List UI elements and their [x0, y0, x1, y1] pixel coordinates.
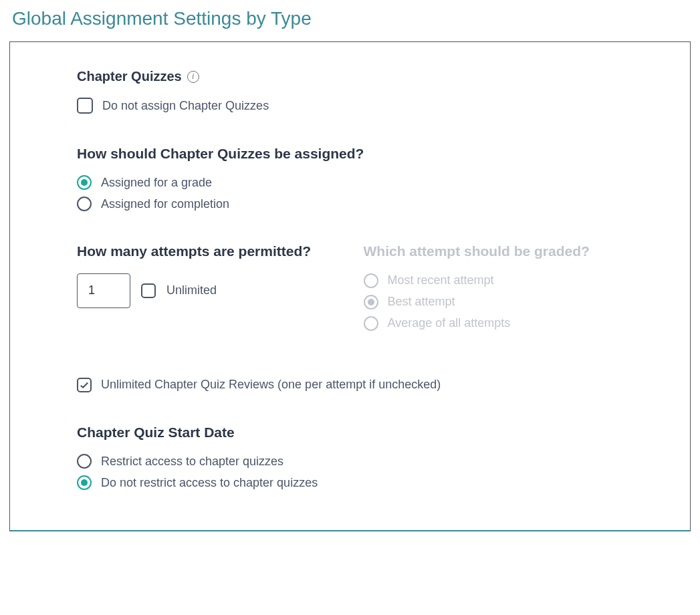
assign-method-group: Assigned for a grade Assigned for comple…	[77, 175, 623, 211]
graded-column: Which attempt should be graded? Most rec…	[364, 242, 624, 337]
graded-best-radio	[364, 295, 378, 310]
attempts-column: How many attempts are permitted? Unlimit…	[77, 242, 337, 337]
no-restrict-radio[interactable]	[77, 475, 92, 490]
chapter-quizzes-heading-text: Chapter Quizzes	[77, 69, 182, 84]
page-title: Global Assignment Settings by Type	[0, 0, 700, 41]
start-date-group: Restrict access to chapter quizzes Do no…	[77, 454, 623, 490]
assign-completion-label: Assigned for completion	[101, 197, 229, 211]
unlimited-label: Unlimited	[166, 283, 217, 297]
assign-grade-label: Assigned for a grade	[101, 176, 212, 190]
do-not-assign-row[interactable]: Do not assign Chapter Quizzes	[77, 98, 623, 114]
assign-completion-row[interactable]: Assigned for completion	[77, 197, 623, 211]
graded-average-label: Average of all attempts	[388, 316, 511, 330]
settings-panel: Chapter Quizzes i Do not assign Chapter …	[9, 41, 691, 531]
graded-average-radio	[364, 316, 378, 331]
graded-recent-row: Most recent attempt	[364, 273, 624, 288]
chapter-quizzes-heading: Chapter Quizzes i	[77, 69, 623, 84]
info-icon[interactable]: i	[187, 71, 199, 83]
reviews-row[interactable]: Unlimited Chapter Quiz Reviews (one per …	[77, 378, 623, 392]
no-restrict-row[interactable]: Do not restrict access to chapter quizze…	[77, 475, 623, 490]
assign-grade-radio[interactable]	[77, 175, 92, 190]
restrict-label: Restrict access to chapter quizzes	[101, 455, 283, 469]
unlimited-checkbox[interactable]	[141, 283, 156, 298]
do-not-assign-checkbox[interactable]	[77, 98, 93, 114]
start-date-heading: Chapter Quiz Start Date	[77, 423, 623, 442]
attempts-heading: How many attempts are permitted?	[77, 242, 337, 261]
no-restrict-label: Do not restrict access to chapter quizze…	[101, 476, 318, 490]
reviews-label: Unlimited Chapter Quiz Reviews (one per …	[101, 378, 441, 392]
assign-completion-radio[interactable]	[77, 197, 92, 211]
assign-grade-row[interactable]: Assigned for a grade	[77, 175, 623, 190]
assign-method-heading: How should Chapter Quizzes be assigned?	[77, 144, 623, 163]
reviews-checkbox[interactable]	[77, 378, 92, 392]
attempts-input[interactable]	[77, 273, 130, 308]
do-not-assign-label: Do not assign Chapter Quizzes	[102, 99, 269, 113]
restrict-radio[interactable]	[77, 454, 92, 469]
graded-best-label: Best attempt	[388, 295, 455, 309]
graded-best-row: Best attempt	[364, 295, 624, 310]
graded-recent-radio	[364, 273, 378, 288]
graded-average-row: Average of all attempts	[364, 316, 624, 331]
graded-group: Most recent attempt Best attempt Average…	[364, 273, 624, 331]
graded-heading: Which attempt should be graded?	[364, 242, 624, 261]
restrict-row[interactable]: Restrict access to chapter quizzes	[77, 454, 623, 469]
graded-recent-label: Most recent attempt	[388, 273, 494, 287]
